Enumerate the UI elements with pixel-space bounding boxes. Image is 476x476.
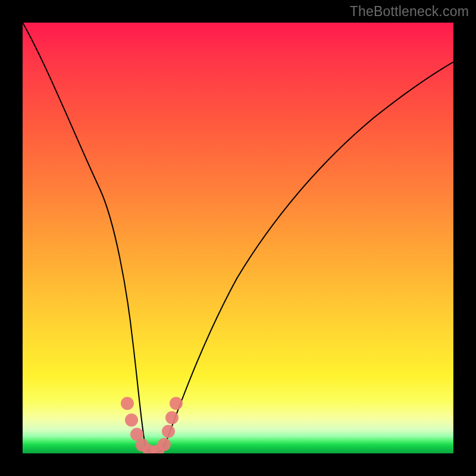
svg-point-8 — [165, 411, 178, 424]
svg-point-6 — [158, 438, 171, 451]
curve-markers — [121, 397, 183, 453]
svg-point-7 — [162, 425, 175, 438]
svg-point-9 — [170, 397, 183, 410]
bottleneck-curve — [23, 23, 453, 453]
plot-area — [23, 23, 453, 453]
svg-point-1 — [125, 414, 138, 427]
svg-point-0 — [121, 397, 134, 410]
chart-frame: TheBottleneck.com — [0, 0, 476, 476]
watermark-text: TheBottleneck.com — [350, 4, 469, 20]
